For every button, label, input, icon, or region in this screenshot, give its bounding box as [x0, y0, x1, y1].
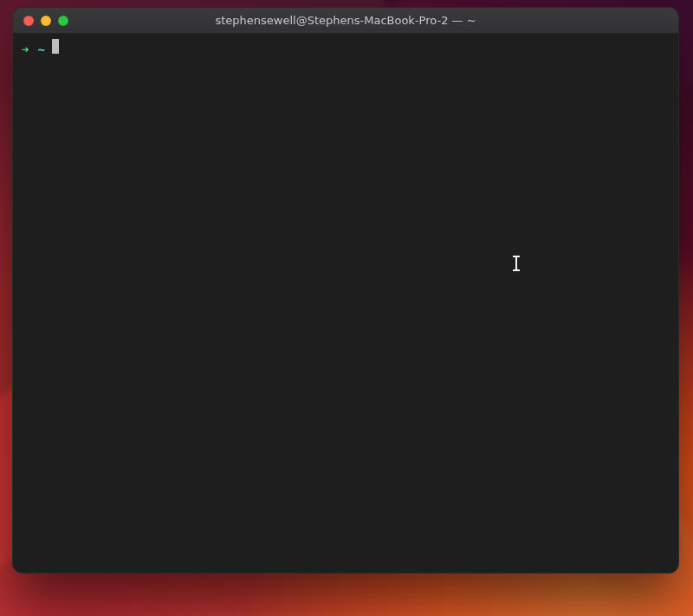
text-cursor: [52, 39, 59, 54]
prompt-arrow-icon: ➜: [22, 41, 29, 58]
terminal-window: stephensewell@Stephens-MacBook-Pro-2 — ~…: [12, 7, 679, 574]
close-button[interactable]: [23, 16, 34, 26]
maximize-button[interactable]: [58, 16, 68, 26]
window-controls: [13, 16, 68, 26]
prompt-cwd: ~: [37, 41, 44, 58]
ibeam-cursor-icon: [512, 256, 521, 271]
titlebar[interactable]: stephensewell@Stephens-MacBook-Pro-2 — ~: [13, 8, 678, 34]
window-title: stephensewell@Stephens-MacBook-Pro-2 — ~: [13, 14, 678, 27]
terminal-body[interactable]: ➜ ~: [13, 34, 678, 573]
minimize-button[interactable]: [41, 16, 51, 26]
prompt-line[interactable]: ➜ ~: [22, 39, 670, 56]
